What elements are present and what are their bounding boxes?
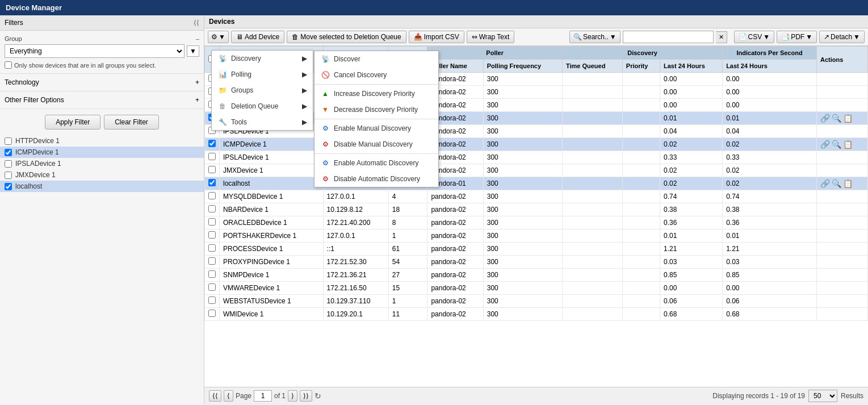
add-device-label: Add Device: [245, 33, 279, 41]
pdf-export-btn[interactable]: 📑 PDF ▼: [777, 31, 817, 43]
page-input[interactable]: [254, 390, 272, 402]
row-polling-freq: 300: [483, 164, 562, 177]
disable-auto-item[interactable]: ⚙ Disable Automatic Discovery: [315, 171, 438, 187]
row-checkbox-cell[interactable]: [205, 151, 220, 164]
row-last24: 0.06: [660, 295, 723, 308]
move-to-deletion-btn[interactable]: 🗑 Move selected to Deletion Queue: [287, 31, 406, 43]
row-objects: 11: [388, 308, 427, 321]
refresh-btn[interactable]: ↻: [315, 391, 321, 400]
row-checkbox[interactable]: [208, 192, 216, 199]
row-checkbox[interactable]: [208, 179, 216, 186]
gear-btn[interactable]: ⚙ ▼: [208, 31, 229, 43]
increase-priority-item[interactable]: ▲ Increase Discovery Priority: [315, 86, 438, 102]
list-item[interactable]: IPSLADevice 1: [0, 158, 204, 169]
action-icon-1[interactable]: 🔗: [820, 179, 830, 188]
per-page-select[interactable]: 50 25 100: [808, 390, 837, 402]
row-checkbox-cell[interactable]: [205, 177, 220, 190]
row-checkbox-cell[interactable]: [205, 190, 220, 203]
group-filter-minus[interactable]: –: [196, 35, 199, 42]
all-groups-checkbox[interactable]: [5, 61, 12, 69]
other-filter-expand-btn[interactable]: +: [195, 96, 199, 104]
row-checkbox[interactable]: [208, 140, 216, 147]
action-icon-3[interactable]: 📋: [843, 114, 853, 123]
search-input[interactable]: [623, 31, 714, 43]
action-icon-2[interactable]: 🔍: [832, 114, 841, 123]
row-name: PORTSHAKERDevice 1: [220, 229, 324, 243]
disable-auto-icon: ⚙: [320, 174, 330, 184]
row-priority: [622, 138, 660, 151]
row-checkbox-cell[interactable]: [205, 138, 220, 151]
deletion-menu-item[interactable]: 🗑 Deletion Queue ▶: [212, 98, 313, 114]
prev-page-btn[interactable]: ⟨: [224, 390, 233, 402]
row-checkbox[interactable]: [208, 297, 216, 304]
row-checkbox[interactable]: [208, 244, 216, 252]
search-dropdown-btn[interactable]: 🔍 Search.. ▼: [569, 31, 620, 43]
row-last24-b: 0.36: [723, 216, 817, 229]
csv-export-btn[interactable]: 📄 CSV ▼: [734, 31, 775, 43]
action-icon-3[interactable]: 📋: [843, 140, 853, 149]
row-checkbox[interactable]: [208, 153, 216, 160]
detach-btn[interactable]: ↗ Detach ▼: [819, 31, 865, 43]
row-poller-name: pandora-02: [427, 308, 483, 321]
item-checkbox-jmx[interactable]: [5, 172, 12, 179]
add-device-btn[interactable]: 🖥 Add Device: [231, 31, 284, 43]
row-checkbox-cell[interactable]: [205, 243, 220, 256]
list-item[interactable]: localhost: [0, 181, 204, 192]
wrap-text-btn[interactable]: ⇔ Wrap Text: [467, 31, 515, 43]
row-checkbox-cell[interactable]: [205, 256, 220, 269]
row-checkbox[interactable]: [208, 257, 216, 265]
row-checkbox[interactable]: [208, 218, 216, 226]
action-icon-1[interactable]: 🔗: [820, 140, 830, 149]
row-checkbox[interactable]: [208, 310, 216, 317]
list-item[interactable]: ICMPDevice 1: [0, 147, 204, 158]
tools-menu-item[interactable]: 🔧 Tools ▶: [212, 114, 313, 130]
groups-menu-item[interactable]: 📁 Groups ▶: [212, 82, 313, 98]
row-checkbox[interactable]: [208, 166, 216, 173]
enable-manual-item[interactable]: ⚙ Enable Manual Discovery: [315, 120, 438, 136]
search-clear-btn[interactable]: ✕: [716, 31, 727, 43]
group-select[interactable]: Everything: [5, 44, 184, 58]
item-checkbox-ipsla[interactable]: [5, 160, 12, 168]
row-priority: [622, 229, 660, 243]
row-checkbox[interactable]: [208, 231, 216, 239]
row-checkbox[interactable]: [208, 205, 216, 212]
list-item[interactable]: JMXDevice 1: [0, 169, 204, 181]
row-checkbox-cell[interactable]: [205, 229, 220, 243]
group-select-arrow[interactable]: ▼: [187, 45, 199, 57]
action-icon-3[interactable]: 📋: [843, 179, 853, 188]
clear-filter-btn[interactable]: Clear Filter: [104, 115, 159, 130]
collapse-filters-btn[interactable]: ⟨⟨: [194, 19, 199, 27]
row-checkbox-cell[interactable]: [205, 295, 220, 308]
import-csv-btn[interactable]: 📥 Import CSV: [409, 31, 464, 43]
row-time-queued: [562, 177, 622, 190]
row-checkbox-cell[interactable]: [205, 203, 220, 216]
enable-auto-item[interactable]: ⚙ Enable Automatic Discovery: [315, 155, 438, 171]
csv-arrow: ▼: [763, 33, 770, 41]
cancel-discovery-item[interactable]: 🚫 Cancel Discovery: [315, 67, 438, 83]
filters-panel: Filters ⟨⟨ Group – Everything ▼ Only sho…: [0, 15, 204, 404]
action-icon-2[interactable]: 🔍: [832, 179, 841, 188]
row-checkbox-cell[interactable]: [205, 308, 220, 321]
item-checkbox-http[interactable]: [5, 137, 12, 145]
action-icon-1[interactable]: 🔗: [820, 114, 830, 123]
next-page-btn[interactable]: ⟩: [288, 390, 297, 402]
item-checkbox-localhost[interactable]: [5, 183, 12, 190]
item-checkbox-icmp[interactable]: [5, 149, 12, 156]
last-page-btn[interactable]: ⟩⟩: [300, 390, 312, 402]
row-checkbox[interactable]: [208, 283, 216, 291]
row-checkbox[interactable]: [208, 270, 216, 278]
row-checkbox-cell[interactable]: [205, 216, 220, 229]
decrease-priority-item[interactable]: ▼ Decrease Discovery Priority: [315, 102, 438, 118]
technology-expand-btn[interactable]: +: [195, 78, 199, 86]
disable-manual-item[interactable]: ⚙ Disable Manual Discovery: [315, 136, 438, 152]
row-checkbox-cell[interactable]: [205, 282, 220, 295]
first-page-btn[interactable]: ⟨⟨: [209, 390, 221, 402]
apply-filter-btn[interactable]: Apply Filter: [45, 115, 100, 130]
row-checkbox-cell[interactable]: [205, 164, 220, 177]
polling-menu-item[interactable]: 📊 Polling ▶: [212, 66, 313, 82]
row-checkbox-cell[interactable]: [205, 269, 220, 282]
action-icon-2[interactable]: 🔍: [832, 140, 841, 149]
discover-item[interactable]: 📡 Discover: [315, 51, 438, 67]
list-item[interactable]: HTTPDevice 1: [0, 135, 204, 147]
discovery-menu-item[interactable]: 📡 Discovery ▶ 📡 Discover 🚫 Cancel Disc: [212, 51, 313, 66]
